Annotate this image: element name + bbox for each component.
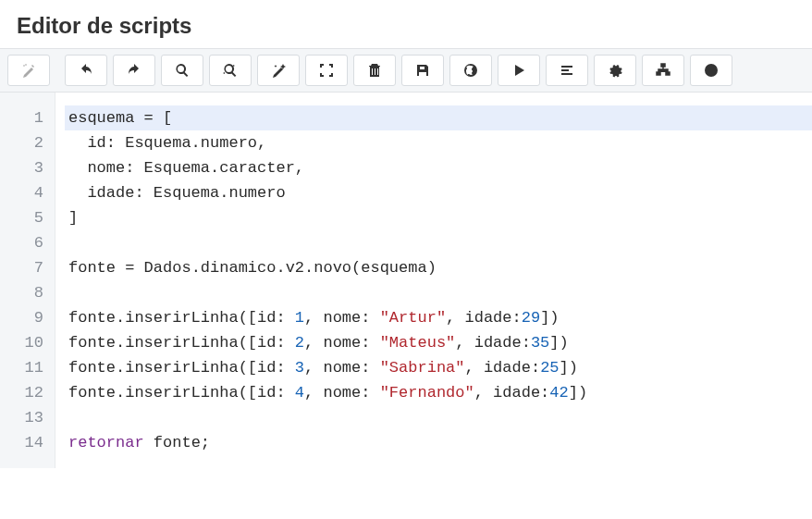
code-line[interactable]: id: Esquema.numero, xyxy=(65,130,812,155)
line-number: 1 xyxy=(0,105,43,130)
header: Editor de scripts xyxy=(0,0,812,48)
line-number: 8 xyxy=(0,280,43,305)
search-icon xyxy=(175,63,190,78)
line-number: 4 xyxy=(0,180,43,205)
toolbar xyxy=(0,48,812,93)
fullscreen-icon xyxy=(319,63,334,78)
code-line[interactable]: fonte.inserirLinha([id: 1, nome: "Artur"… xyxy=(65,305,812,330)
code-line[interactable]: retornar fonte; xyxy=(65,430,812,455)
public-icon xyxy=(463,63,478,78)
line-number: 13 xyxy=(0,405,43,430)
code-line[interactable]: esquema = [ xyxy=(65,105,812,130)
code-line[interactable] xyxy=(65,280,812,305)
run-button[interactable] xyxy=(498,55,540,86)
line-number: 11 xyxy=(0,355,43,380)
line-number-gutter: 1234567891011121314 xyxy=(0,93,55,468)
redo-icon xyxy=(127,63,141,78)
autofix-icon xyxy=(21,63,36,78)
settings-button[interactable] xyxy=(594,55,636,86)
search-button[interactable] xyxy=(161,55,203,86)
line-number: 2 xyxy=(0,130,43,155)
format-button[interactable] xyxy=(546,55,588,86)
line-number: 12 xyxy=(0,380,43,405)
contrast-icon xyxy=(704,63,719,78)
replace-button[interactable] xyxy=(209,55,252,86)
delete-button[interactable] xyxy=(353,55,396,86)
save-icon xyxy=(415,63,430,78)
replace-icon xyxy=(223,63,238,78)
fullscreen-button[interactable] xyxy=(305,55,348,86)
code-line[interactable]: fonte = Dados.dinamico.v2.novo(esquema) xyxy=(65,255,812,280)
magic-button[interactable] xyxy=(257,55,300,86)
code-line[interactable]: nome: Esquema.caracter, xyxy=(65,155,812,180)
code-line[interactable]: idade: Esquema.numero xyxy=(65,180,812,205)
save-button[interactable] xyxy=(401,55,444,86)
code-line[interactable]: ] xyxy=(65,205,812,230)
code-line[interactable] xyxy=(65,405,812,430)
run-icon xyxy=(511,63,526,78)
code-editor[interactable]: 1234567891011121314 esquema = [ id: Esqu… xyxy=(0,93,812,468)
magic-icon xyxy=(271,63,286,78)
line-number: 9 xyxy=(0,305,43,330)
undo-icon xyxy=(79,63,93,78)
public-button[interactable] xyxy=(449,55,492,86)
line-number: 7 xyxy=(0,255,43,280)
contrast-button[interactable] xyxy=(690,55,732,86)
format-icon xyxy=(560,63,574,78)
line-number: 10 xyxy=(0,330,43,355)
redo-button[interactable] xyxy=(113,55,155,86)
code-area[interactable]: esquema = [ id: Esquema.numero, nome: Es… xyxy=(55,93,812,468)
code-line[interactable]: fonte.inserirLinha([id: 4, nome: "Fernan… xyxy=(65,380,812,405)
autofix-button[interactable] xyxy=(7,55,50,86)
code-line[interactable]: fonte.inserirLinha([id: 3, nome: "Sabrin… xyxy=(65,355,812,380)
delete-icon xyxy=(367,63,382,78)
line-number: 3 xyxy=(0,155,43,180)
code-line[interactable]: fonte.inserirLinha([id: 2, nome: "Mateus… xyxy=(65,330,812,355)
settings-icon xyxy=(608,63,622,78)
line-number: 14 xyxy=(0,430,43,455)
undo-button[interactable] xyxy=(65,55,107,86)
page-title: Editor de scripts xyxy=(17,13,795,39)
tree-button[interactable] xyxy=(642,55,684,86)
code-line[interactable] xyxy=(65,230,812,255)
line-number: 6 xyxy=(0,230,43,255)
tree-icon xyxy=(656,63,671,78)
line-number: 5 xyxy=(0,205,43,230)
